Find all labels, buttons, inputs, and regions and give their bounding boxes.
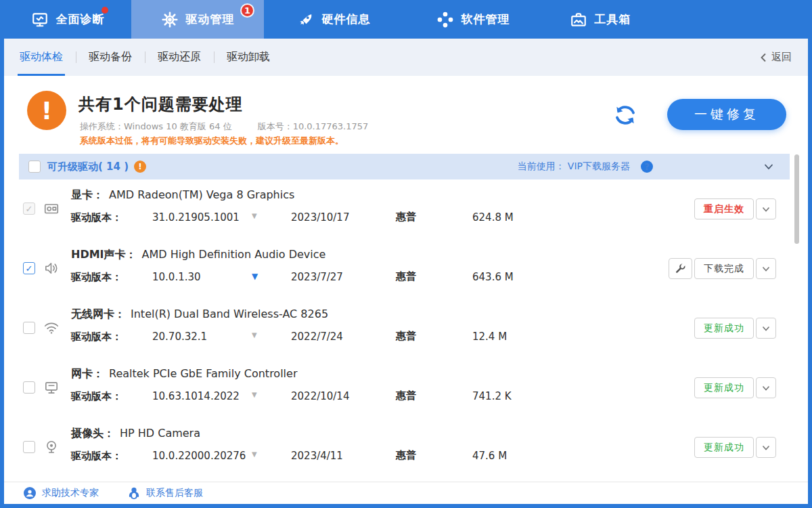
nav-item[interactable]: 工具箱 <box>543 0 658 39</box>
help-icon[interactable]: ? <box>641 161 653 173</box>
row-checkbox[interactable] <box>23 322 35 334</box>
driver-row: ✓ HDMI声卡：AMD High Definition Audio Devic… <box>4 239 808 299</box>
row-checkbox[interactable] <box>23 381 35 394</box>
driver-size: 741.2 K <box>472 390 512 402</box>
tab[interactable]: 驱动还原 <box>145 39 214 76</box>
qq-penguin-icon <box>127 486 141 500</box>
nav-item[interactable]: 驱动管理 1 <box>131 0 264 39</box>
nav-item-label: 软件管理 <box>461 12 510 27</box>
scrollbar-thumb[interactable] <box>794 154 799 244</box>
status-button[interactable]: 更新成功 <box>694 437 754 458</box>
toolbox-icon <box>570 11 587 28</box>
driver-vendor: 惠普 <box>396 389 416 402</box>
driver-row: 摄像头：HP HD Camera 驱动版本： 10.0.22000.20276 … <box>4 418 808 478</box>
status-button[interactable]: 下载完成 <box>694 258 754 279</box>
collapse-chevron-icon[interactable] <box>763 161 775 173</box>
row-checkbox[interactable]: ✓ <box>23 262 35 274</box>
status-button[interactable]: 重启生效 <box>694 198 754 219</box>
nav-item-label: 工具箱 <box>595 12 631 27</box>
version-dropdown-icon[interactable]: ▼ <box>252 391 257 398</box>
driver-vendor: 惠普 <box>396 330 416 343</box>
system-warning-text: 系统版本过低，将有可能导致驱动安装失败，建议升级至最新版本。 <box>80 135 344 147</box>
summary-title: 共有1个问题需要处理 <box>78 93 243 115</box>
driver-row: 网卡：Realtek PCIe GbE Family Controller 驱动… <box>4 358 808 418</box>
nav-item-label: 全面诊断 <box>56 12 105 27</box>
row-dropdown-button[interactable] <box>756 318 776 339</box>
row-dropdown-button[interactable] <box>756 437 776 458</box>
tech-expert-link[interactable]: 求助技术专家 <box>23 486 99 500</box>
tab[interactable]: 驱动体检 <box>7 39 76 76</box>
row-checkbox[interactable] <box>23 441 35 453</box>
driver-list: ✓ 显卡：AMD Radeon(TM) Vega 8 Graphics 驱动版本… <box>4 179 808 482</box>
tech-expert-label: 求助技术专家 <box>42 487 99 499</box>
driver-version-label: 驱动版本： <box>71 211 122 224</box>
driver-date: 2023/4/11 <box>291 450 343 462</box>
status-button[interactable]: 更新成功 <box>694 377 754 398</box>
gear-icon <box>161 11 179 28</box>
after-sales-link[interactable]: 联系售后客服 <box>127 486 203 500</box>
device-name: AMD Radeon(TM) Vega 8 Graphics <box>109 188 294 201</box>
driver-version-value: 20.70.32.1 <box>152 331 207 343</box>
summary-header: ! 共有1个问题需要处理 操作系统：Windows 10 教育版 64 位 版本… <box>4 76 808 154</box>
driver-version-label: 驱动版本： <box>71 390 122 403</box>
after-sales-label: 联系售后客服 <box>146 487 203 499</box>
nav-item[interactable]: 软件管理 <box>403 0 543 39</box>
back-label: 返回 <box>771 51 792 64</box>
device-name: Intel(R) Dual Band Wireless-AC 8265 <box>131 308 328 320</box>
driver-date: 2022/7/24 <box>291 331 343 343</box>
version-dropdown-icon[interactable]: ▼ <box>252 450 257 458</box>
wifi-icon <box>43 320 60 336</box>
driver-date: 2023/10/17 <box>291 211 349 224</box>
refresh-icon <box>612 102 638 128</box>
tab[interactable]: 驱动备份 <box>76 39 145 76</box>
row-checkbox[interactable]: ✓ <box>23 203 35 215</box>
wrench-button[interactable] <box>669 258 692 279</box>
nav-item[interactable]: 硬件信息 <box>264 0 403 39</box>
monitor-diagnose-icon <box>31 11 49 28</box>
driver-vendor: 惠普 <box>396 449 416 462</box>
back-button[interactable]: 返回 <box>760 51 792 64</box>
row-dropdown-button[interactable] <box>756 258 776 279</box>
server-info: 当前使用： VIP下载服务器 ? <box>518 161 653 173</box>
device-type: 无线网卡： <box>71 308 125 320</box>
driver-row: ✓ 显卡：AMD Radeon(TM) Vega 8 Graphics 驱动版本… <box>4 179 808 239</box>
software-icon <box>436 11 454 28</box>
driver-version-value: 31.0.21905.1001 <box>152 211 240 224</box>
app-window: 全面诊断 驱动管理 1 硬件信息 <box>0 0 812 508</box>
row-dropdown-button[interactable] <box>756 377 776 398</box>
device-type: 显卡： <box>71 188 104 201</box>
version-dropdown-icon[interactable]: ▼ <box>252 272 258 281</box>
device-name: HP HD Camera <box>120 427 200 440</box>
tab-label: 驱动备份 <box>89 50 132 64</box>
version-dropdown-icon[interactable]: ▼ <box>252 331 257 339</box>
driver-size: 47.6 M <box>472 450 507 462</box>
driver-version-value: 10.63.1014.2022 <box>152 390 240 402</box>
version-dropdown-icon[interactable]: ▼ <box>252 212 257 219</box>
one-click-fix-button[interactable]: 一键修复 <box>667 99 786 130</box>
chevron-down-icon <box>761 205 771 214</box>
row-dropdown-button[interactable] <box>756 198 776 219</box>
nav-item[interactable]: 全面诊断 <box>4 0 131 39</box>
section-title: 可升级驱动( 14 ) <box>47 161 129 173</box>
refresh-button[interactable] <box>612 102 639 129</box>
driver-size: 624.8 M <box>472 211 514 224</box>
notification-badge <box>102 7 108 14</box>
nav-item-label: 硬件信息 <box>322 12 371 27</box>
webcam-icon <box>43 439 60 455</box>
tab[interactable]: 驱动卸载 <box>214 39 283 76</box>
chevron-down-icon <box>761 264 771 274</box>
status-button[interactable]: 更新成功 <box>694 318 754 339</box>
device-name: AMD High Definition Audio Device <box>142 248 326 261</box>
wrench-icon <box>674 262 687 275</box>
footer: 求助技术专家 联系售后客服 <box>4 482 808 504</box>
upgradable-section-bar: 可升级驱动( 14 ) ! 当前使用： VIP下载服务器 ? <box>19 154 790 179</box>
select-all-checkbox[interactable] <box>28 161 41 173</box>
chevron-left-icon <box>760 53 767 62</box>
driver-version-label: 驱动版本： <box>71 271 122 284</box>
driver-size: 643.6 M <box>472 271 514 283</box>
tabs: 驱动体检驱动备份驱动还原驱动卸载 <box>7 39 283 76</box>
top-navbar: 全面诊断 驱动管理 1 硬件信息 <box>0 0 812 39</box>
speaker-icon <box>43 260 60 276</box>
server-label: 当前使用： <box>518 161 565 173</box>
device-type: 网卡： <box>71 367 104 380</box>
